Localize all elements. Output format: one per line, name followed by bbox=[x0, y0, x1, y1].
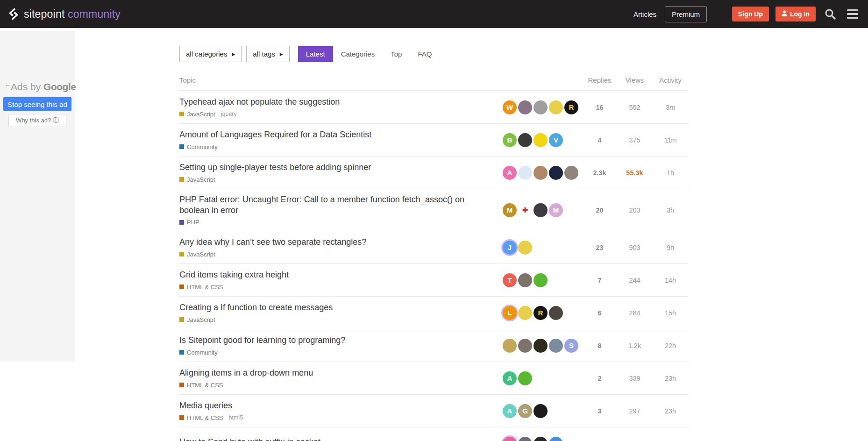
category-badge[interactable]: Community bbox=[179, 143, 218, 150]
poster-avatar-photo[interactable] bbox=[518, 166, 532, 180]
column-header-replies[interactable]: Replies bbox=[582, 76, 617, 84]
topic-title-link[interactable]: Any idea why I can’t see two separate re… bbox=[179, 237, 493, 248]
column-header-views[interactable]: Views bbox=[617, 76, 652, 84]
poster-avatar[interactable]: A bbox=[503, 404, 517, 418]
activity-time[interactable]: 3m bbox=[652, 104, 689, 111]
poster-avatar-photo[interactable] bbox=[534, 203, 548, 217]
category-badge[interactable]: Community bbox=[179, 349, 218, 356]
poster-avatar[interactable]: T bbox=[503, 273, 517, 287]
tag-filter-dropdown[interactable]: all tags ▶ bbox=[246, 46, 289, 62]
tab-categories[interactable]: Categories bbox=[333, 46, 383, 62]
activity-time[interactable]: 9h bbox=[652, 244, 689, 251]
topic-title-link[interactable]: Media queries bbox=[179, 400, 493, 411]
poster-avatar-photo[interactable] bbox=[549, 166, 563, 180]
topic-title-link[interactable]: Grid items taking extra height bbox=[179, 270, 493, 280]
category-badge[interactable]: PHP bbox=[179, 219, 199, 226]
category-badge[interactable]: JavaScript bbox=[179, 251, 215, 258]
poster-avatar-photo[interactable] bbox=[549, 306, 563, 320]
poster-avatar-photo[interactable] bbox=[549, 339, 563, 353]
hamburger-menu-icon[interactable] bbox=[845, 6, 861, 22]
poster-avatar-photo[interactable] bbox=[534, 339, 548, 353]
poster-avatar-photo[interactable] bbox=[549, 437, 563, 441]
poster-avatar[interactable]: M bbox=[549, 203, 563, 217]
replies-count[interactable]: 4 bbox=[582, 136, 617, 144]
replies-count[interactable]: 2.3k bbox=[582, 169, 617, 177]
poster-avatar-photo[interactable] bbox=[549, 100, 563, 114]
sitepoint-logo[interactable]: sitepoint community bbox=[7, 7, 121, 21]
category-filter-dropdown[interactable]: all categories ▶ bbox=[179, 46, 242, 62]
poster-avatar-photo[interactable] bbox=[518, 133, 532, 147]
activity-time[interactable]: 22h bbox=[652, 342, 689, 349]
category-badge[interactable]: HTML & CSS bbox=[179, 284, 223, 291]
articles-link[interactable]: Articles bbox=[632, 7, 658, 21]
poster-avatar[interactable]: R bbox=[564, 100, 578, 114]
sign-up-button[interactable]: Sign Up bbox=[732, 7, 769, 21]
poster-avatar-photo[interactable] bbox=[534, 404, 548, 418]
category-badge[interactable]: JavaScript bbox=[179, 111, 215, 118]
activity-time[interactable]: 15h bbox=[652, 309, 689, 317]
poster-avatar[interactable]: ✚ bbox=[518, 203, 532, 217]
topic-tag[interactable]: html5 bbox=[229, 414, 243, 421]
replies-count[interactable]: 23 bbox=[582, 244, 617, 251]
poster-avatar[interactable]: B bbox=[503, 133, 517, 147]
replies-count[interactable]: 2 bbox=[582, 375, 617, 382]
tab-top[interactable]: Top bbox=[383, 46, 410, 62]
poster-avatar-photo[interactable] bbox=[534, 133, 548, 147]
poster-avatar-photo[interactable] bbox=[503, 437, 517, 441]
poster-avatar-photo[interactable] bbox=[503, 339, 517, 353]
replies-count[interactable]: 7 bbox=[582, 277, 617, 284]
poster-avatar[interactable]: S bbox=[564, 339, 578, 353]
activity-time[interactable]: 23h bbox=[652, 407, 689, 415]
category-badge[interactable]: HTML & CSS bbox=[179, 414, 223, 421]
poster-avatar-photo[interactable] bbox=[518, 437, 532, 441]
poster-avatar-photo[interactable] bbox=[534, 273, 548, 287]
poster-avatar-photo[interactable] bbox=[564, 166, 578, 180]
activity-time[interactable]: 3h bbox=[652, 206, 689, 214]
replies-count[interactable]: 20 bbox=[582, 206, 617, 214]
poster-avatar-photo[interactable] bbox=[518, 306, 532, 320]
premium-button[interactable]: Premium bbox=[665, 6, 707, 22]
topic-title-link[interactable]: Aligning items in a drop-down menu bbox=[179, 368, 493, 378]
tab-faq[interactable]: FAQ bbox=[410, 46, 440, 62]
poster-avatar-photo[interactable] bbox=[518, 273, 532, 287]
category-badge[interactable]: JavaScript bbox=[179, 176, 215, 183]
category-badge[interactable]: JavaScript bbox=[179, 316, 215, 323]
activity-time[interactable]: 1h bbox=[652, 169, 689, 177]
topic-title-link[interactable]: Amount of Languages Required for a Data … bbox=[179, 129, 493, 140]
poster-avatar-photo[interactable] bbox=[518, 100, 532, 114]
poster-avatar[interactable]: G bbox=[518, 404, 532, 418]
activity-time[interactable]: 14h bbox=[652, 277, 689, 284]
search-icon[interactable] bbox=[822, 6, 838, 22]
topic-title-link[interactable]: PHP Fatal error: Uncaught Error: Call to… bbox=[179, 194, 493, 215]
poster-avatar[interactable]: V bbox=[549, 133, 563, 147]
tab-latest[interactable]: Latest bbox=[298, 46, 333, 62]
topic-title-link[interactable]: Creating a If function to create message… bbox=[179, 302, 493, 313]
why-this-ad-button[interactable]: Why this ad? ⓘ bbox=[8, 114, 66, 127]
poster-avatar[interactable]: L bbox=[503, 306, 517, 320]
topic-title-link[interactable]: Setting up single-player tests before ad… bbox=[179, 162, 493, 173]
poster-avatar-photo[interactable] bbox=[518, 241, 532, 255]
poster-avatar-photo[interactable] bbox=[518, 371, 532, 385]
column-header-activity[interactable]: Activity bbox=[652, 76, 689, 84]
poster-avatar-photo[interactable] bbox=[534, 166, 548, 180]
stop-seeing-ad-button[interactable]: Stop seeing this ad bbox=[3, 97, 71, 111]
poster-avatar-photo[interactable] bbox=[534, 100, 548, 114]
replies-count[interactable]: 6 bbox=[582, 309, 617, 317]
topic-title-link[interactable]: Typehead ajax not populate the suggestio… bbox=[179, 97, 493, 107]
topic-title-link[interactable]: Is Sitepoint good for learning to progra… bbox=[179, 335, 493, 346]
poster-avatar[interactable]: M bbox=[503, 203, 517, 217]
column-header-topic[interactable]: Topic bbox=[179, 76, 503, 84]
activity-time[interactable]: 11m bbox=[652, 136, 689, 144]
replies-count[interactable]: 3 bbox=[582, 407, 617, 415]
poster-avatar-photo[interactable] bbox=[518, 339, 532, 353]
replies-count[interactable]: 16 bbox=[582, 104, 617, 111]
poster-avatar[interactable]: R bbox=[534, 306, 548, 320]
poster-avatar[interactable]: J bbox=[503, 241, 517, 255]
poster-avatar-photo[interactable] bbox=[534, 437, 548, 441]
topic-title-link[interactable]: How to Send byte with suffix in socket bbox=[179, 437, 493, 441]
poster-avatar[interactable]: A bbox=[503, 371, 517, 385]
ad-back-arrow-icon[interactable]: ← bbox=[5, 81, 11, 88]
poster-avatar[interactable]: A bbox=[503, 166, 517, 180]
log-in-button[interactable]: Log In bbox=[776, 7, 816, 21]
category-badge[interactable]: HTML & CSS bbox=[179, 382, 223, 389]
